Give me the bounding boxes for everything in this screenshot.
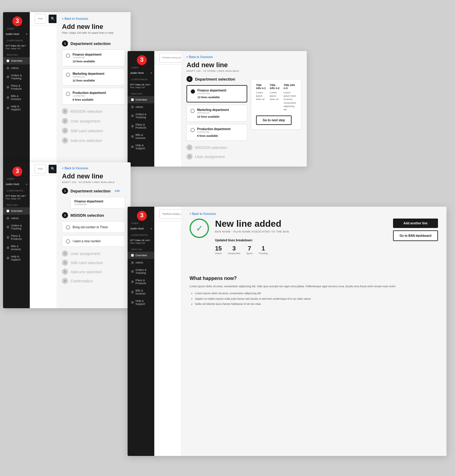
step5-section-1: 5 Add-ons selection (62, 137, 125, 143)
sidebar-orders-3[interactable]: Orders & Tracking (3, 222, 30, 232)
suspended-num: 3 (228, 245, 240, 252)
sidebar-bills-3[interactable]: Bills & Invoices (3, 243, 30, 253)
add-another-btn[interactable]: Add another line (393, 219, 438, 228)
success-subtitle-4: BAN NAME - PLAN NAME ASSOCIATED TO THE B… (215, 230, 387, 233)
sidebar-admin-4[interactable]: Admin (128, 259, 154, 266)
sidebar-orders-4[interactable]: Orders & Tracking (128, 266, 154, 277)
step3-section-1: 3 User assignment (62, 118, 125, 124)
dept-card-production-2[interactable]: Production department 123456789 8 lines … (186, 124, 247, 141)
dept-id-finance-2: 123456789 (197, 92, 226, 95)
sidebar-item-orders[interactable]: Orders & Tracking (3, 72, 30, 82)
what-happens-section: What happens now? Lorem ipsum dolor sit … (190, 269, 438, 306)
dept-card-finance-1[interactable]: Finance department 123456789 13 lines av… (62, 50, 125, 66)
search-box-3[interactable] (35, 164, 46, 174)
success-title-4: New line added (215, 219, 387, 229)
step3-number-1: 3 (62, 118, 68, 124)
corp-name-2: NTT Data UK Ltd ▾ (130, 83, 152, 86)
step5-hdr-3: 5 Add-ons selection (62, 269, 125, 275)
dept-name-finance-2: Finance department (197, 89, 226, 92)
sidebar-help-2[interactable]: Help & Support (128, 142, 154, 152)
main-content-2: < Back to Xxxxxxxx Add new line ADAPT 10… (181, 51, 307, 167)
sidebar-help-4[interactable]: Help & Support (128, 297, 154, 308)
back-link-2[interactable]: < Back to Xxxxxxxx (186, 55, 301, 59)
sidebar-overview-4[interactable]: Overview (128, 252, 154, 259)
bullet-3: Nulla vel lobortis lacus fames habitasse… (195, 302, 438, 306)
sidebar-plans-3[interactable]: Plans & Products (3, 232, 30, 243)
sidebar-item-plans[interactable]: Plans & Products (3, 82, 30, 92)
step1-edit-3[interactable]: Edit (115, 189, 120, 192)
brand-logo-3: 3 (12, 166, 21, 175)
dept-card-marketing-1[interactable]: Marketing department 456789125 12 lines … (62, 69, 125, 85)
radio-production-2[interactable] (190, 128, 195, 132)
search-btn-3[interactable]: 🔍 (49, 165, 57, 173)
corp-block-3[interactable]: NTT Data UK Ltd ▾ Plan: Adapt 100 (3, 193, 30, 201)
sidebar-admin-2[interactable]: Admin (128, 103, 154, 111)
bullet-list: Lorem ipsum dolor sit amet, consectetur … (190, 291, 438, 306)
sidebar-item-admin[interactable]: Admin (3, 64, 30, 72)
bullet-1: Lorem ipsum dolor sit amet, consectetur … (195, 291, 438, 296)
sidebar-orders-2[interactable]: Orders & Tracking (128, 111, 154, 121)
go-ban-btn[interactable]: Go to BAN dashboard (393, 230, 438, 241)
user-block-3[interactable]: Justin Hunt ▾ (3, 181, 30, 187)
dept-card-finance-2[interactable]: Finance department 123456789 13 lines av… (186, 85, 247, 102)
corporate-section-label: CORPORATE (3, 39, 23, 42)
dept-card-marketing-2[interactable]: Marketing department 456789125 12 lines … (186, 105, 247, 122)
sidebar-overview-2[interactable]: Overview (128, 96, 154, 103)
dept-card-production-1[interactable]: Production department 123456789 8 lines … (62, 88, 125, 105)
dept-lines-finance-2: 13 lines available (197, 96, 226, 99)
step2-num-3: 2 (62, 212, 68, 218)
corp-block-4[interactable]: NTT Data UK Ltd ▾ Plan: Adapt 100 (128, 238, 154, 245)
radio-marketing-2[interactable] (190, 109, 195, 113)
dept-lines-production-2: 8 lines available (197, 134, 231, 137)
dept-lines-production-1: 8 lines available (73, 98, 106, 101)
search-box-1[interactable] (35, 14, 46, 24)
pending-num: 1 (259, 245, 268, 252)
back-link-3[interactable]: < Back to Xxxxxxxx (62, 167, 125, 170)
go-next-btn-2[interactable]: Go to next step (256, 116, 292, 125)
msisdn-option-new-3[interactable]: I want a new number (62, 235, 125, 247)
user-block-4[interactable]: Justin Hunt ▾ (128, 226, 154, 231)
search-input-1[interactable] (38, 17, 43, 20)
dept-lines-finance-1: 13 lines available (73, 60, 101, 63)
radio-finance-1[interactable] (66, 53, 70, 58)
sidebar-item-label-bills: Bills & Invoices (11, 95, 26, 101)
search-btn-1[interactable]: 🔍 (49, 15, 57, 23)
sidebar-bills-2[interactable]: Bills & Invoices (128, 131, 154, 142)
active-num: 15 (215, 245, 222, 252)
back-link-1[interactable]: < Back to Xxxxxxxx (62, 17, 125, 20)
info-grid-2: Title info n.1 Lorem ipsum dolor sit Tit… (256, 84, 296, 111)
sidebar-bills-4[interactable]: Bills & Invoices (128, 287, 154, 297)
sidebar-item-help[interactable]: Help & Support (3, 103, 30, 113)
step2-header-1: 2 MSISDN selection (62, 108, 125, 114)
page-subtitle-2: ADAPT 100 - 33 SPARE LINES AVAILABLE (186, 70, 301, 72)
corporate-block[interactable]: NTT Data UK Ltd ▾ Plan: Adapt 100 (3, 43, 30, 51)
sidebar-item-bills[interactable]: Bills & Invoices (3, 92, 30, 103)
msisdn-option-bring-3[interactable]: Bring old number to Three (62, 221, 125, 233)
corp-block-2[interactable]: NTT Data UK Ltd ▾ Plan: Adapt 100 (128, 82, 154, 90)
back-link-4[interactable]: < Back to Xxxxxxxx (190, 212, 438, 216)
step1-title-1: Department selection (70, 41, 111, 46)
page-title-1: Add new line (62, 23, 125, 31)
radio-bring-3[interactable] (66, 225, 70, 229)
sidebar-plans-2[interactable]: Plans & Products (128, 121, 154, 131)
sidebar-overview-3[interactable]: Overview (3, 207, 30, 215)
success-text-block: New line added BAN NAME - PLAN NAME ASSO… (215, 219, 387, 261)
radio-finance-2[interactable] (191, 89, 195, 94)
radio-marketing-1[interactable] (66, 73, 70, 77)
corporate-name: NTT Data UK Ltd ▾ (5, 44, 27, 47)
user-block[interactable]: Justin Hunt ▾ (3, 31, 30, 37)
sidebar-plans-4[interactable]: Plans & Products (128, 277, 154, 287)
sidebar-help-3[interactable]: Help & Support (3, 253, 30, 263)
dept-id-finance-1: 123456789 (73, 56, 101, 59)
sidebar-admin-3[interactable]: Admin (3, 215, 30, 222)
search-input-3[interactable] (38, 167, 43, 170)
dept-id-marketing-1: 456789125 (73, 75, 104, 78)
user-block-2[interactable]: Justin Hunt ▾ (128, 70, 154, 76)
step1-row-2: 1 Department selection Finance departmen… (186, 76, 301, 141)
radio-production-1[interactable] (66, 92, 70, 96)
main-content-3: < Back to Xxxxxxxx Add new line ADAPT 10… (56, 162, 131, 308)
radio-new-3[interactable] (66, 239, 70, 243)
nav-dot-overview (7, 60, 9, 62)
step1-num-3: 1 (62, 188, 68, 194)
sidebar-item-overview[interactable]: Overview (3, 57, 30, 64)
